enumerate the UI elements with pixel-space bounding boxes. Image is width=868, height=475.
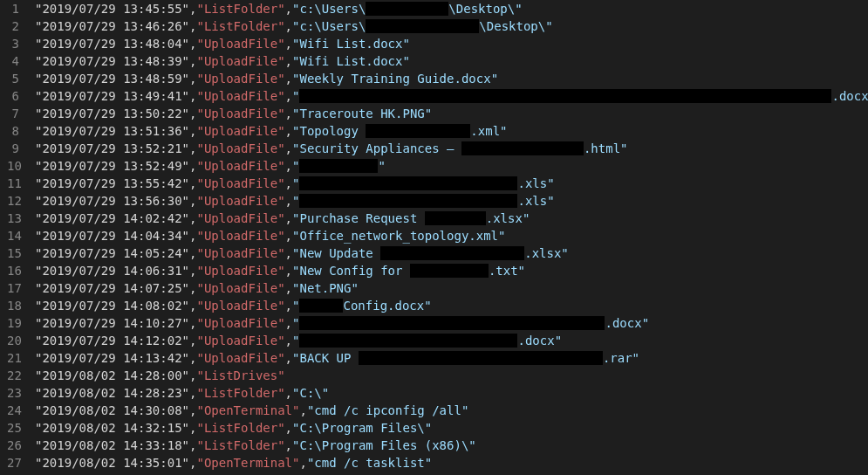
- separator: ,: [285, 105, 292, 122]
- command: "UploadFile": [196, 349, 284, 367]
- timestamp: "2019/08/02 14:28:23": [35, 384, 189, 402]
- argument-suffix: \Desktop\": [479, 17, 552, 35]
- argument: ": [292, 297, 299, 314]
- line-number-gutter: 1234567891011121314151617181920212223242…: [0, 0, 35, 472]
- line-number: 25: [7, 419, 19, 437]
- redacted-text: [299, 176, 517, 190]
- separator: ,: [285, 227, 292, 244]
- log-line: "2019/07/29 14:07:25","UploadFile","Net.…: [35, 279, 868, 297]
- separator: ,: [189, 17, 196, 35]
- code-area[interactable]: "2019/07/29 13:45:55","ListFolder","c:\U…: [35, 0, 868, 472]
- log-line: "2019/07/29 14:06:31","UploadFile","New …: [35, 262, 868, 279]
- log-line: "2019/07/29 14:02:42","UploadFile","Purc…: [35, 210, 868, 227]
- log-line: "2019/07/29 13:56:30","UploadFile",".xls…: [35, 192, 868, 210]
- redacted-text: [410, 264, 489, 278]
- separator: ,: [189, 402, 196, 419]
- argument: "c:\Users\: [292, 0, 366, 17]
- redacted-text: [299, 316, 605, 330]
- argument: "BACK UP: [292, 349, 359, 367]
- separator: ,: [189, 454, 196, 472]
- argument-suffix: .xls": [517, 175, 554, 192]
- redacted-text: [299, 89, 831, 103]
- command: "UploadFile": [196, 175, 284, 192]
- separator: ,: [285, 52, 292, 70]
- argument: "Wifi List.docx: [292, 52, 402, 70]
- log-line: "2019/07/29 14:12:02","UploadFile",".doc…: [35, 332, 868, 349]
- timestamp: "2019/07/29 13:51:36": [35, 122, 189, 140]
- argument-suffix: ": [425, 105, 432, 122]
- timestamp: "2019/07/29 14:02:42": [35, 210, 189, 227]
- separator: ,: [285, 297, 292, 314]
- argument-suffix: ": [402, 52, 409, 70]
- argument-suffix: .html": [584, 140, 628, 157]
- separator: ,: [189, 437, 196, 454]
- separator: ,: [285, 140, 292, 157]
- command: "ListFolder": [196, 419, 284, 437]
- timestamp: "2019/07/29 14:08:02": [35, 297, 189, 314]
- separator: ,: [189, 0, 196, 17]
- redacted-text: [366, 19, 479, 33]
- line-number: 10: [7, 157, 19, 175]
- command: "UploadFile": [196, 244, 284, 262]
- command: "UploadFile": [196, 70, 284, 87]
- separator: ,: [285, 122, 292, 140]
- separator: ,: [189, 192, 196, 210]
- timestamp: "2019/07/29 13:48:39": [35, 52, 189, 70]
- timestamp: "2019/07/29 14:06:31": [35, 262, 189, 279]
- log-line: "2019/07/29 13:48:04","UploadFile","Wifi…: [35, 35, 868, 52]
- command: "UploadFile": [196, 105, 284, 122]
- log-line: "2019/07/29 13:55:42","UploadFile",".xls…: [35, 175, 868, 192]
- timestamp: "2019/07/29 14:07:25": [35, 279, 189, 297]
- log-line: "2019/07/29 14:05:24","UploadFile","New …: [35, 244, 868, 262]
- redacted-text: [299, 334, 517, 348]
- timestamp: "2019/07/29 13:50:22": [35, 105, 189, 122]
- separator: ,: [189, 227, 196, 244]
- argument: "cmd /c ipconfig /all: [307, 402, 461, 419]
- separator: ,: [189, 332, 196, 349]
- argument: "Traceroute HK.PNG: [292, 105, 425, 122]
- separator: ,: [285, 332, 292, 349]
- argument-suffix: .xls": [517, 192, 554, 210]
- command: "UploadFile": [196, 87, 284, 105]
- separator: ,: [285, 437, 292, 454]
- line-number: 21: [7, 349, 19, 367]
- line-number: 20: [7, 332, 19, 349]
- separator: ,: [299, 454, 306, 472]
- line-number: 23: [7, 384, 19, 402]
- separator: ,: [189, 384, 196, 402]
- argument: "Weekly Training Guide.docx: [292, 70, 491, 87]
- command: "UploadFile": [196, 262, 284, 279]
- command: "UploadFile": [196, 297, 284, 314]
- timestamp: "2019/08/02 14:30:08": [35, 402, 189, 419]
- argument: ": [292, 175, 299, 192]
- timestamp: "2019/07/29 14:13:42": [35, 349, 189, 367]
- line-number: 3: [7, 35, 19, 52]
- timestamp: "2019/07/29 13:45:55": [35, 0, 189, 17]
- line-number: 1: [7, 0, 19, 17]
- log-line: "2019/07/29 13:51:36","UploadFile","Topo…: [35, 122, 868, 140]
- timestamp: "2019/07/29 14:12:02": [35, 332, 189, 349]
- separator: ,: [189, 175, 196, 192]
- argument-suffix: .xml": [470, 122, 507, 140]
- command: "UploadFile": [196, 314, 284, 332]
- argument: "Topology: [292, 122, 366, 140]
- command: "ListDrives": [196, 367, 284, 384]
- separator: ,: [285, 175, 292, 192]
- argument: ": [292, 314, 299, 332]
- argument: "cmd /c tasklist: [307, 454, 425, 472]
- separator: ,: [189, 419, 196, 437]
- separator: ,: [189, 367, 196, 384]
- timestamp: "2019/07/29 13:46:26": [35, 17, 189, 35]
- line-number: 11: [7, 175, 19, 192]
- line-number: 7: [7, 105, 19, 122]
- separator: ,: [189, 210, 196, 227]
- separator: ,: [285, 0, 292, 17]
- argument: "Net.PNG: [292, 279, 351, 297]
- redacted-text: [299, 299, 343, 313]
- log-line: "2019/07/29 14:08:02","UploadFile","Conf…: [35, 297, 868, 314]
- command: "UploadFile": [196, 52, 284, 70]
- separator: ,: [285, 279, 292, 297]
- separator: ,: [189, 157, 196, 175]
- argument: "Office_network_topology.xml: [292, 227, 498, 244]
- line-number: 2: [7, 17, 19, 35]
